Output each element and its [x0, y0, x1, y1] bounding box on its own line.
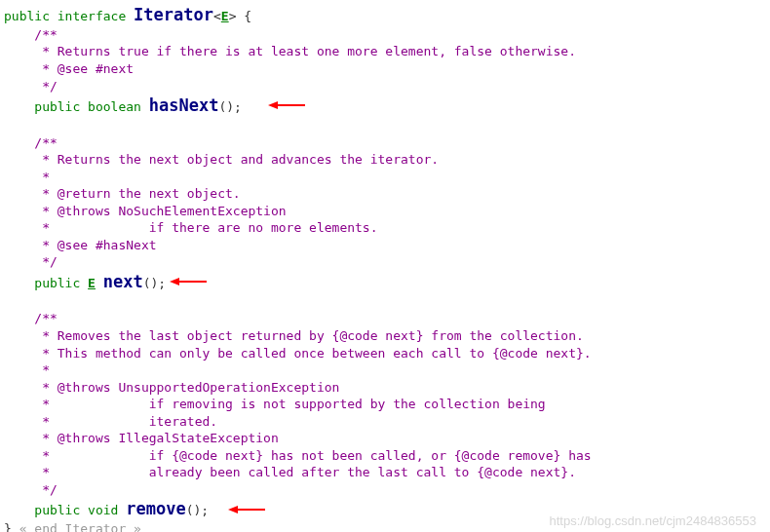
brace-close: } [4, 521, 12, 532]
javadoc-close: */ [34, 79, 57, 94]
javadoc-line: * if there are no more elements. [34, 220, 377, 235]
javadoc-line: * Returns true if there is at least one … [34, 44, 576, 58]
javadoc-line: * if removing is not supported by the co… [34, 397, 545, 411]
arrow-icon [166, 275, 209, 293]
javadoc-line: * iterated. [34, 414, 217, 429]
return-type: E [88, 276, 96, 290]
svg-marker-3 [170, 278, 179, 285]
keyword-interface: interface [58, 9, 126, 23]
javadoc-line: * @throws IllegalStateException [34, 431, 278, 445]
javadoc-line: * This method can only be called once be… [34, 346, 591, 361]
method-parens: (); [218, 99, 241, 114]
javadoc-line: * [34, 170, 50, 184]
end-comment: « end Iterator » [19, 521, 141, 532]
keyword-public: public [34, 503, 80, 517]
method-remove: remove [126, 499, 185, 518]
return-type: void [88, 503, 118, 517]
watermark-text: https://blog.csdn.net/cjm2484836553 [550, 513, 756, 530]
type-parameter: E [221, 9, 229, 23]
javadoc-line: * Removes the last object returned by {@… [34, 328, 584, 343]
javadoc-close: */ [34, 482, 57, 497]
keyword-public: public [34, 99, 80, 114]
svg-marker-1 [268, 101, 278, 109]
javadoc-open: /** [34, 135, 57, 150]
javadoc-line: * @throws UnsupportedOperationException [34, 380, 339, 395]
svg-marker-5 [228, 506, 238, 513]
keyword-public: public [4, 9, 50, 23]
method-parens: (); [143, 276, 166, 290]
angle-open: < [213, 9, 221, 23]
interface-name: Iterator [134, 5, 213, 24]
brace-open: { [244, 9, 251, 23]
method-parens: (); [186, 503, 209, 517]
return-type: boolean [88, 99, 141, 114]
javadoc-open: /** [34, 311, 57, 325]
javadoc-close: */ [34, 254, 57, 269]
arrow-icon [264, 98, 307, 117]
javadoc-line: * @see #next [34, 61, 134, 76]
method-next: next [103, 272, 143, 291]
javadoc-line: * Returns the next object and advances t… [34, 152, 439, 167]
method-hasNext: hasNext [149, 95, 219, 115]
code-block: public interface Iterator<E> { /** * Ret… [4, 4, 766, 532]
angle-close: > [229, 9, 237, 23]
javadoc-line: * @throws NoSuchElementException [34, 204, 286, 218]
javadoc-line: * @return the next object. [34, 186, 240, 201]
javadoc-line: * @see #hasNext [34, 238, 156, 252]
javadoc-open: /** [34, 27, 57, 42]
javadoc-line: * already been called after the last cal… [34, 465, 576, 479]
keyword-public: public [34, 276, 80, 290]
javadoc-line: * [34, 362, 50, 377]
arrow-icon [224, 503, 267, 521]
javadoc-line: * if {@code next} has not been called, o… [34, 448, 591, 463]
